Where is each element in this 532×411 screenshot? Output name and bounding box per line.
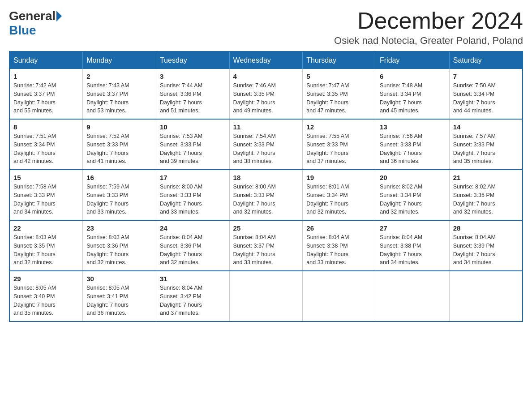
day-number: 15 (13, 174, 79, 181)
day-number: 10 (160, 123, 226, 131)
day-of-week-header: Wednesday (229, 51, 303, 69)
day-number: 25 (233, 224, 299, 232)
calendar-cell: 19 Sunrise: 8:01 AM Sunset: 3:34 PM Dayl… (303, 170, 376, 220)
calendar-cell: 12 Sunrise: 7:55 AM Sunset: 3:33 PM Dayl… (303, 119, 376, 170)
day-number: 7 (453, 73, 519, 80)
day-number: 3 (160, 73, 226, 80)
calendar-cell: 27 Sunrise: 8:04 AM Sunset: 3:38 PM Dayl… (376, 220, 450, 271)
day-number: 6 (380, 73, 446, 80)
day-info: Sunrise: 8:00 AM Sunset: 3:33 PM Dayligh… (233, 183, 299, 216)
day-info: Sunrise: 8:05 AM Sunset: 3:41 PM Dayligh… (86, 284, 152, 317)
day-number: 8 (13, 123, 79, 131)
day-info: Sunrise: 8:04 AM Sunset: 3:42 PM Dayligh… (160, 284, 226, 317)
calendar-cell: 8 Sunrise: 7:51 AM Sunset: 3:34 PM Dayli… (9, 119, 83, 170)
day-info: Sunrise: 8:04 AM Sunset: 3:38 PM Dayligh… (306, 233, 372, 267)
day-number: 18 (233, 174, 299, 181)
calendar-cell: 18 Sunrise: 8:00 AM Sunset: 3:33 PM Dayl… (229, 170, 303, 220)
day-info: Sunrise: 7:55 AM Sunset: 3:33 PM Dayligh… (306, 132, 372, 166)
location-title: Osiek nad Notecia, Greater Poland, Polan… (334, 35, 523, 47)
day-info: Sunrise: 7:54 AM Sunset: 3:33 PM Dayligh… (233, 132, 299, 166)
calendar-cell: 11 Sunrise: 7:54 AM Sunset: 3:33 PM Dayl… (229, 119, 303, 170)
calendar-week-row: 8 Sunrise: 7:51 AM Sunset: 3:34 PM Dayli… (9, 119, 523, 170)
day-number: 19 (306, 174, 372, 181)
day-info: Sunrise: 7:53 AM Sunset: 3:33 PM Dayligh… (160, 132, 226, 166)
day-info: Sunrise: 7:50 AM Sunset: 3:34 PM Dayligh… (453, 81, 519, 115)
day-info: Sunrise: 8:00 AM Sunset: 3:33 PM Dayligh… (160, 183, 226, 216)
day-info: Sunrise: 8:01 AM Sunset: 3:34 PM Dayligh… (306, 183, 372, 216)
day-number: 14 (453, 123, 519, 131)
calendar-cell (376, 271, 450, 321)
day-of-week-header: Sunday (9, 51, 83, 69)
day-number: 12 (306, 123, 372, 131)
title-section: December 2024 Osiek nad Notecia, Greater… (334, 9, 523, 47)
day-number: 16 (86, 174, 152, 181)
day-info: Sunrise: 7:56 AM Sunset: 3:33 PM Dayligh… (380, 132, 446, 166)
day-info: Sunrise: 7:46 AM Sunset: 3:35 PM Dayligh… (233, 81, 299, 115)
calendar-cell: 23 Sunrise: 8:03 AM Sunset: 3:36 PM Dayl… (83, 220, 156, 271)
day-number: 30 (86, 275, 152, 283)
calendar-cell: 2 Sunrise: 7:43 AM Sunset: 3:37 PM Dayli… (83, 69, 156, 119)
day-info: Sunrise: 7:57 AM Sunset: 3:33 PM Dayligh… (453, 132, 519, 166)
calendar-cell: 13 Sunrise: 7:56 AM Sunset: 3:33 PM Dayl… (376, 119, 450, 170)
calendar-cell: 20 Sunrise: 8:02 AM Sunset: 3:34 PM Dayl… (376, 170, 450, 220)
logo-text: General (9, 9, 63, 23)
day-of-week-header: Saturday (449, 51, 523, 69)
calendar-cell: 15 Sunrise: 7:58 AM Sunset: 3:33 PM Dayl… (9, 170, 83, 220)
day-info: Sunrise: 7:48 AM Sunset: 3:34 PM Dayligh… (380, 81, 446, 115)
page-header: General Blue December 2024 Osiek nad Not… (9, 9, 523, 47)
day-info: Sunrise: 8:05 AM Sunset: 3:40 PM Dayligh… (13, 284, 79, 317)
day-number: 13 (380, 123, 446, 131)
day-number: 23 (86, 224, 152, 232)
day-info: Sunrise: 7:58 AM Sunset: 3:33 PM Dayligh… (13, 183, 79, 216)
logo-general: General (9, 9, 56, 23)
calendar-cell: 4 Sunrise: 7:46 AM Sunset: 3:35 PM Dayli… (229, 69, 303, 119)
day-info: Sunrise: 8:03 AM Sunset: 3:35 PM Dayligh… (13, 233, 79, 267)
calendar-cell: 14 Sunrise: 7:57 AM Sunset: 3:33 PM Dayl… (449, 119, 523, 170)
calendar-cell: 31 Sunrise: 8:04 AM Sunset: 3:42 PM Dayl… (156, 271, 229, 321)
calendar-cell (303, 271, 376, 321)
day-number: 5 (306, 73, 372, 80)
day-info: Sunrise: 7:47 AM Sunset: 3:35 PM Dayligh… (306, 81, 372, 115)
calendar-week-row: 1 Sunrise: 7:42 AM Sunset: 3:37 PM Dayli… (9, 69, 523, 119)
day-number: 1 (13, 73, 79, 80)
calendar-table: SundayMondayTuesdayWednesdayThursdayFrid… (9, 51, 523, 322)
logo-blue: Blue (9, 23, 36, 38)
calendar-cell: 21 Sunrise: 8:02 AM Sunset: 3:35 PM Dayl… (449, 170, 523, 220)
day-number: 9 (86, 123, 152, 131)
day-number: 21 (453, 174, 519, 181)
day-info: Sunrise: 7:44 AM Sunset: 3:36 PM Dayligh… (160, 81, 226, 115)
day-info: Sunrise: 7:59 AM Sunset: 3:33 PM Dayligh… (86, 183, 152, 216)
calendar-cell: 3 Sunrise: 7:44 AM Sunset: 3:36 PM Dayli… (156, 69, 229, 119)
calendar-cell: 29 Sunrise: 8:05 AM Sunset: 3:40 PM Dayl… (9, 271, 83, 321)
day-info: Sunrise: 8:03 AM Sunset: 3:36 PM Dayligh… (86, 233, 152, 267)
day-of-week-header: Monday (83, 51, 156, 69)
logo: General Blue (9, 9, 63, 38)
day-number: 27 (380, 224, 446, 232)
day-number: 22 (13, 224, 79, 232)
day-info: Sunrise: 8:04 AM Sunset: 3:38 PM Dayligh… (380, 233, 446, 267)
calendar-header-row: SundayMondayTuesdayWednesdayThursdayFrid… (9, 51, 523, 69)
day-info: Sunrise: 8:04 AM Sunset: 3:39 PM Dayligh… (453, 233, 519, 267)
day-number: 4 (233, 73, 299, 80)
calendar-week-row: 29 Sunrise: 8:05 AM Sunset: 3:40 PM Dayl… (9, 271, 523, 321)
calendar-cell: 17 Sunrise: 8:00 AM Sunset: 3:33 PM Dayl… (156, 170, 229, 220)
day-number: 11 (233, 123, 299, 131)
day-info: Sunrise: 8:04 AM Sunset: 3:36 PM Dayligh… (160, 233, 226, 267)
calendar-week-row: 15 Sunrise: 7:58 AM Sunset: 3:33 PM Dayl… (9, 170, 523, 220)
calendar-cell: 25 Sunrise: 8:04 AM Sunset: 3:37 PM Dayl… (229, 220, 303, 271)
calendar-cell: 9 Sunrise: 7:52 AM Sunset: 3:33 PM Dayli… (83, 119, 156, 170)
calendar-cell: 22 Sunrise: 8:03 AM Sunset: 3:35 PM Dayl… (9, 220, 83, 271)
calendar-week-row: 22 Sunrise: 8:03 AM Sunset: 3:35 PM Dayl… (9, 220, 523, 271)
day-number: 17 (160, 174, 226, 181)
day-of-week-header: Friday (376, 51, 450, 69)
day-number: 26 (306, 224, 372, 232)
calendar-cell: 7 Sunrise: 7:50 AM Sunset: 3:34 PM Dayli… (449, 69, 523, 119)
calendar-cell: 30 Sunrise: 8:05 AM Sunset: 3:41 PM Dayl… (83, 271, 156, 321)
calendar-cell (229, 271, 303, 321)
day-number: 24 (160, 224, 226, 232)
logo-arrow-icon (56, 11, 62, 21)
calendar-cell: 16 Sunrise: 7:59 AM Sunset: 3:33 PM Dayl… (83, 170, 156, 220)
calendar-cell: 5 Sunrise: 7:47 AM Sunset: 3:35 PM Dayli… (303, 69, 376, 119)
day-info: Sunrise: 7:42 AM Sunset: 3:37 PM Dayligh… (13, 81, 79, 115)
day-number: 2 (86, 73, 152, 80)
